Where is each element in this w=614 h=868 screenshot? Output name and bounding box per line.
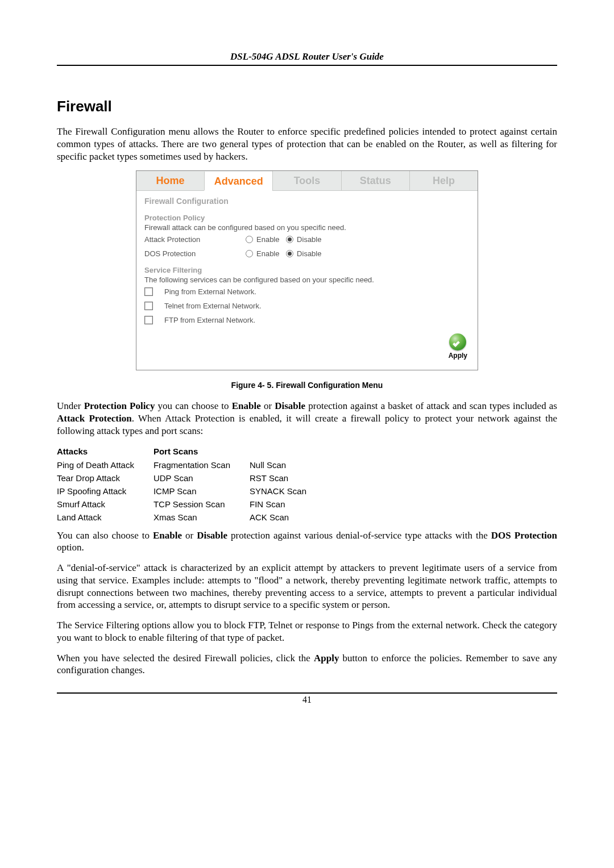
enable-label: Enable [256, 235, 279, 244]
ping-checkbox[interactable] [144, 287, 153, 296]
tab-help[interactable]: Help [409, 171, 478, 190]
telnet-checkbox[interactable] [144, 302, 153, 310]
enable-label-2: Enable [256, 249, 279, 258]
tab-bar: Home Advanced Tools Status Help [136, 171, 478, 191]
ftp-checkbox[interactable] [144, 316, 153, 324]
table-row: Smurf AttackTCP Session ScanFIN Scan [57, 498, 326, 511]
denial-of-service-paragraph: A "denial-of-service" attack is characte… [57, 562, 557, 611]
tab-status[interactable]: Status [341, 171, 409, 190]
protection-policy-desc: Firewall attack can be configured based … [144, 223, 470, 232]
disable-label: Disable [297, 235, 321, 244]
service-filtering-heading: Service Filtering [144, 266, 470, 274]
service-filtering-paragraph: The Service Filtering options allow you … [57, 619, 557, 644]
running-header: DSL-504G ADSL Router User's Guide [57, 51, 557, 66]
table-row: Tear Drop AttackUDP ScanRST Scan [57, 471, 326, 485]
table-row: Land AttackXmas ScanACK Scan [57, 511, 326, 524]
panel-title: Firewall Configuration [144, 197, 470, 206]
attack-disable-radio[interactable] [286, 236, 293, 243]
disable-label-2: Disable [297, 249, 321, 258]
apply-paragraph: When you have selected the desired Firew… [57, 652, 557, 677]
attack-protection-label: Attack Protection [144, 235, 246, 244]
dos-protection-label: DOS Protection [144, 249, 246, 258]
figure-caption: Figure 4- 5. Firewall Configuration Menu [57, 381, 557, 390]
page-footer: 41 [57, 692, 557, 705]
tab-tools[interactable]: Tools [272, 171, 341, 190]
telnet-label: Telnet from External Network. [164, 302, 262, 310]
section-title: Firewall [57, 98, 557, 115]
attacks-table: Attacks Port Scans Ping of Death AttackF… [57, 445, 326, 524]
ping-label: Ping from External Network. [164, 287, 256, 296]
page-number: 41 [302, 695, 312, 704]
table-row: IP Spoofing AttackICMP ScanSYNACK Scan [57, 485, 326, 498]
attack-enable-radio[interactable] [246, 236, 253, 243]
check-icon [449, 333, 466, 350]
tab-advanced[interactable]: Advanced [204, 172, 272, 191]
apply-label: Apply [449, 352, 467, 360]
dos-disable-radio[interactable] [286, 250, 293, 257]
intro-paragraph: The Firewall Configuration menu allows t… [57, 126, 557, 162]
table-row: Ping of Death AttackFragmentation ScanNu… [57, 458, 326, 471]
ftp-label: FTP from External Network. [164, 316, 255, 324]
dos-option-paragraph: You can also choose to Enable or Disable… [57, 529, 557, 554]
protection-policy-paragraph: Under Protection Policy you can choose t… [57, 400, 557, 437]
apply-button[interactable]: Apply [449, 333, 467, 360]
col-portscans: Port Scans [154, 445, 250, 458]
dos-enable-radio[interactable] [246, 250, 253, 257]
col-attacks: Attacks [57, 445, 154, 458]
service-filtering-desc: The following services can be configured… [144, 276, 470, 284]
protection-policy-heading: Protection Policy [144, 214, 470, 222]
firewall-config-screenshot: Home Advanced Tools Status Help Firewall… [136, 170, 478, 370]
tab-home[interactable]: Home [136, 171, 204, 190]
